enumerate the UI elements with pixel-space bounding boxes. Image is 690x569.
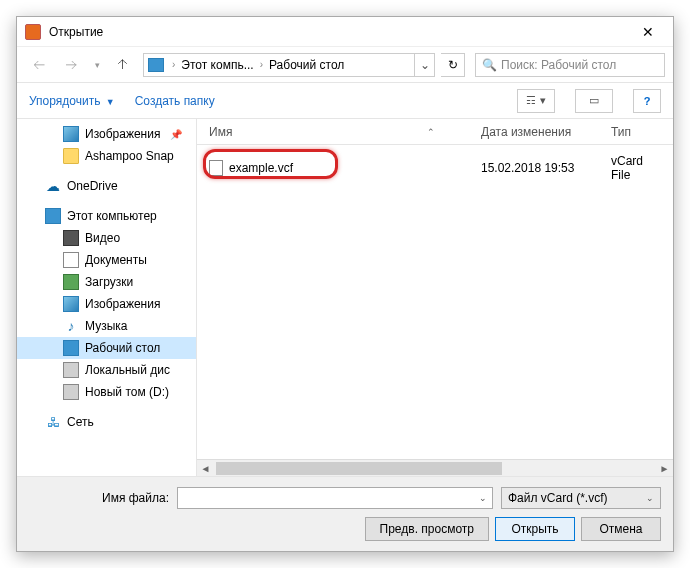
organize-button[interactable]: Упорядочить ▼ <box>29 94 115 108</box>
tree-network[interactable]: Сеть <box>17 411 196 433</box>
chevron-right-icon: › <box>168 59 179 70</box>
view-options-button[interactable]: ☶ ▾ <box>517 89 555 113</box>
search-placeholder: Поиск: Рабочий стол <box>501 58 616 72</box>
body: Изображения📌 Ashampoo Snap OneDrive Этот… <box>17 119 673 476</box>
filename-input[interactable]: ⌄ <box>177 487 493 509</box>
network-icon <box>45 414 61 430</box>
dropdown-icon[interactable]: ⌄ <box>474 493 492 503</box>
column-type[interactable]: Тип <box>603 125 673 139</box>
help-button[interactable]: ? <box>633 89 661 113</box>
tree-ashampoo[interactable]: Ashampoo Snap <box>17 145 196 167</box>
filename-row: Имя файла: ⌄ Файл vCard (*.vcf) ⌄ <box>29 487 661 509</box>
column-headers: Имя⌃ Дата изменения Тип <box>197 119 673 145</box>
titlebar: Открытие ✕ <box>17 17 673 47</box>
filename-label: Имя файла: <box>29 491 169 505</box>
pc-icon <box>45 208 61 224</box>
button-row: Предв. просмотр Открыть Отмена <box>29 517 661 541</box>
breadcrumb-current[interactable]: Рабочий стол <box>267 58 346 72</box>
file-icon <box>209 160 223 176</box>
cancel-button[interactable]: Отмена <box>581 517 661 541</box>
app-icon <box>25 24 41 40</box>
refresh-button[interactable]: ↻ <box>441 53 465 77</box>
breadcrumb[interactable]: › Этот компь... › Рабочий стол ⌄ <box>143 53 435 77</box>
file-name-cell: example.vcf <box>197 160 473 176</box>
tree-local-disk[interactable]: Локальный дис <box>17 359 196 381</box>
history-dropdown[interactable]: ▾ <box>89 53 105 77</box>
pin-icon: 📌 <box>170 129 182 140</box>
window-title: Открытие <box>49 25 625 39</box>
downloads-icon <box>63 274 79 290</box>
tree-music[interactable]: Музыка <box>17 315 196 337</box>
dropdown-icon[interactable]: ⌄ <box>646 493 654 503</box>
preview-button[interactable]: Предв. просмотр <box>365 517 489 541</box>
desktop-icon <box>63 340 79 356</box>
filetype-filter[interactable]: Файл vCard (*.vcf) ⌄ <box>501 487 661 509</box>
pc-icon <box>148 58 164 72</box>
breadcrumb-dropdown[interactable]: ⌄ <box>414 54 434 76</box>
preview-pane-button[interactable]: ▭ <box>575 89 613 113</box>
pictures-icon <box>63 296 79 312</box>
breadcrumb-root[interactable]: Этот компь... <box>179 58 255 72</box>
new-folder-button[interactable]: Создать папку <box>135 94 215 108</box>
search-icon: 🔍 <box>482 58 497 72</box>
onedrive-icon <box>45 178 61 194</box>
search-input[interactable]: 🔍 Поиск: Рабочий стол <box>475 53 665 77</box>
column-date[interactable]: Дата изменения <box>473 125 603 139</box>
filter-value: Файл vCard (*.vcf) <box>508 491 608 505</box>
tree-pictures[interactable]: Изображения📌 <box>17 123 196 145</box>
navbar: 🡠 🡢 ▾ 🡡 › Этот компь... › Рабочий стол ⌄… <box>17 47 673 83</box>
nav-tree: Изображения📌 Ashampoo Snap OneDrive Этот… <box>17 119 197 476</box>
bottom-panel: Имя файла: ⌄ Файл vCard (*.vcf) ⌄ Предв.… <box>17 476 673 551</box>
file-date-cell: 15.02.2018 19:53 <box>473 161 603 175</box>
tree-images[interactable]: Изображения <box>17 293 196 315</box>
scroll-right-icon[interactable]: ► <box>656 463 673 474</box>
back-button[interactable]: 🡠 <box>25 53 53 77</box>
disk-icon <box>63 362 79 378</box>
video-icon <box>63 230 79 246</box>
close-button[interactable]: ✕ <box>625 17 671 47</box>
pictures-icon <box>63 126 79 142</box>
documents-icon <box>63 252 79 268</box>
tree-new-volume[interactable]: Новый том (D:) <box>17 381 196 403</box>
folder-icon <box>63 148 79 164</box>
scroll-thumb[interactable] <box>216 462 502 475</box>
tree-onedrive[interactable]: OneDrive <box>17 175 196 197</box>
tree-this-pc[interactable]: Этот компьютер <box>17 205 196 227</box>
tree-desktop[interactable]: Рабочий стол <box>17 337 196 359</box>
open-dialog: Открытие ✕ 🡠 🡢 ▾ 🡡 › Этот компь... › Раб… <box>16 16 674 552</box>
tree-downloads[interactable]: Загрузки <box>17 271 196 293</box>
tree-documents[interactable]: Документы <box>17 249 196 271</box>
horizontal-scrollbar[interactable]: ◄ ► <box>197 459 673 476</box>
disk-icon <box>63 384 79 400</box>
up-button[interactable]: 🡡 <box>109 53 137 77</box>
column-name[interactable]: Имя⌃ <box>197 125 473 139</box>
caret-down-icon: ▼ <box>106 97 115 107</box>
chevron-right-icon: › <box>256 59 267 70</box>
toolbar: Упорядочить ▼ Создать папку ☶ ▾ ▭ ? <box>17 83 673 119</box>
file-list: Имя⌃ Дата изменения Тип example.vcf 15.0… <box>197 119 673 476</box>
open-button[interactable]: Открыть <box>495 517 575 541</box>
forward-button[interactable]: 🡢 <box>57 53 85 77</box>
file-row[interactable]: example.vcf 15.02.2018 19:53 vCard File <box>197 153 673 183</box>
tree-video[interactable]: Видео <box>17 227 196 249</box>
file-type-cell: vCard File <box>603 154 673 182</box>
scroll-left-icon[interactable]: ◄ <box>197 463 214 474</box>
sort-indicator-icon: ⌃ <box>427 127 435 137</box>
music-icon <box>63 318 79 334</box>
